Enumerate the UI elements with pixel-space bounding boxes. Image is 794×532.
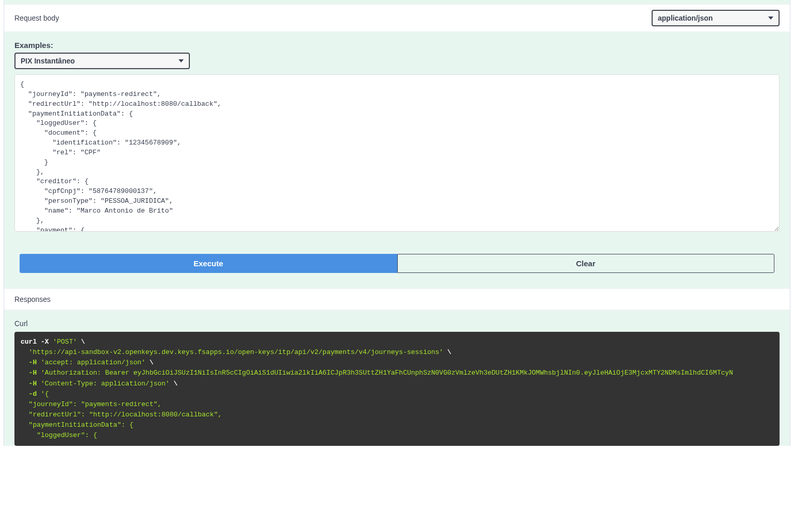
content-type-select-wrap: application/json [652, 10, 780, 26]
examples-block: Examples: PIX Instantâneo [4, 31, 790, 74]
clear-button[interactable]: Clear [397, 254, 775, 273]
request-body-editor[interactable] [14, 74, 780, 232]
request-body-header: Request body application/json [4, 4, 790, 31]
request-body-title: Request body [14, 14, 59, 22]
content-type-select[interactable]: application/json [652, 10, 780, 26]
curl-label: Curl [14, 319, 780, 328]
execute-button[interactable]: Execute [20, 254, 397, 273]
responses-title: Responses [14, 295, 51, 303]
curl-code: curl -X 'POST' \ 'https://api-sandbox-v2… [14, 332, 780, 446]
responses-header: Responses [4, 288, 790, 310]
examples-select-wrap: PIX Instantâneo [14, 53, 190, 69]
examples-select[interactable]: PIX Instantâneo [14, 53, 190, 69]
examples-label: Examples: [14, 41, 780, 50]
